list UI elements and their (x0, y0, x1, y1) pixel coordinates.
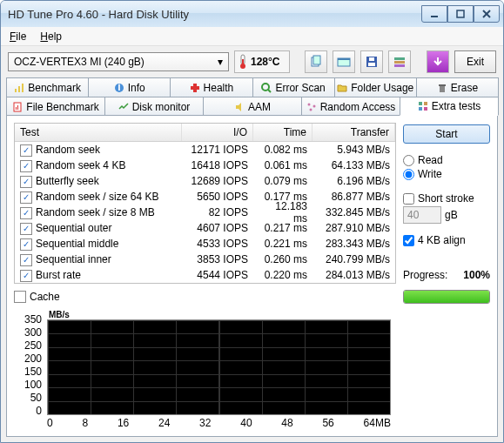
svg-rect-19 (22, 84, 24, 92)
col-test[interactable]: Test (15, 124, 182, 141)
tab-label: Random Access (320, 101, 396, 113)
row-checkbox[interactable] (20, 160, 32, 172)
chevron-down-icon: ▾ (218, 56, 223, 68)
io-value: 3853 IOPS (182, 253, 253, 265)
transfer-value: 240.799 MB/s (312, 253, 395, 265)
action-button[interactable] (427, 50, 449, 73)
row-checkbox[interactable] (20, 191, 32, 204)
svg-rect-13 (369, 57, 374, 61)
tab-label: Erase (451, 82, 478, 94)
table-row[interactable]: Sequential inner3853 IOPS0.260 ms240.799… (15, 252, 395, 267)
copy-button[interactable] (305, 50, 327, 73)
temperature-value: 128°C (251, 56, 280, 68)
tab-random-access[interactable]: Random Access (301, 97, 400, 116)
svg-rect-8 (313, 56, 320, 64)
menubar: File Help (1, 27, 503, 46)
test-name: Sequential middle (36, 238, 118, 250)
time-value: 0.079 ms (253, 175, 312, 187)
thermometer-icon (239, 54, 247, 70)
tab-aam[interactable]: AAM (203, 97, 302, 116)
row-checkbox[interactable] (20, 176, 32, 188)
cache-label: Cache (30, 291, 60, 303)
table-row[interactable]: Random seek12171 IOPS0.082 ms5.943 MB/s (15, 142, 395, 158)
tab-erase[interactable]: Erase (416, 77, 499, 97)
cache-checkbox[interactable] (14, 291, 26, 303)
chart-xaxis: 0816243240485664MB (47, 415, 391, 429)
tab-folder-usage[interactable]: Folder Usage (334, 77, 417, 97)
menu-help[interactable]: Help (40, 30, 62, 43)
table-row[interactable]: Butterfly seek12689 IOPS0.079 ms6.196 MB… (15, 173, 395, 189)
table-row[interactable]: Random seek / size 64 KB5650 IOPS0.177 m… (15, 189, 395, 205)
transfer-value: 284.013 MB/s (312, 269, 395, 281)
temperature-box: 128°C (234, 50, 290, 73)
svg-rect-37 (424, 107, 427, 111)
row-checkbox[interactable] (20, 254, 32, 266)
col-io[interactable]: I/O (182, 124, 253, 141)
chart-ylabel: MB/s (47, 310, 391, 319)
exit-button[interactable]: Exit (454, 50, 496, 73)
drive-select[interactable]: OCZ-VERTEX3 MI (240 gB) ▾ (8, 52, 229, 71)
tab-info[interactable]: iInfo (88, 77, 171, 97)
save-button[interactable] (360, 50, 383, 73)
chart-area: 350300250200150100500 MB/s 0816243240485… (14, 310, 396, 429)
test-name: Sequential outer (36, 222, 111, 234)
close-button[interactable] (474, 5, 500, 23)
svg-rect-1 (457, 10, 464, 17)
transfer-value: 287.910 MB/s (312, 222, 395, 234)
tab-extra-tests[interactable]: Extra tests (400, 97, 499, 116)
window-controls (421, 5, 500, 23)
short-stroke-checkbox[interactable]: Short stroke (403, 192, 490, 205)
transfer-value: 332.845 MB/s (312, 206, 395, 218)
read-radio[interactable]: Read (403, 154, 490, 166)
mode-group: Read Write (403, 152, 490, 182)
row-checkbox[interactable] (20, 238, 32, 251)
table-row[interactable]: Random seek / size 8 MB82 IOPS12.183 ms3… (15, 205, 395, 220)
svg-rect-26 (440, 85, 445, 92)
window-title: HD Tune Pro 4.60 - Hard Disk Utility (8, 8, 421, 21)
io-value: 12171 IOPS (182, 144, 253, 156)
transfer-value: 5.943 MB/s (312, 144, 395, 156)
table-row[interactable]: Sequential middle4533 IOPS0.221 ms283.34… (15, 236, 395, 252)
svg-point-31 (307, 103, 310, 105)
io-value: 5650 IOPS (182, 191, 253, 203)
svg-line-25 (268, 90, 271, 92)
col-time[interactable]: Time (253, 124, 312, 141)
tabstrip: BenchmarkiInfoHealthError ScanFolder Usa… (1, 77, 503, 116)
io-value: 4544 IOPS (182, 269, 253, 281)
screenshot-button[interactable] (333, 50, 355, 73)
tab-label: Error Scan (275, 82, 325, 94)
tab-label: Benchmark (28, 82, 81, 94)
row-checkbox[interactable] (20, 223, 32, 235)
row-checkbox[interactable] (20, 144, 32, 157)
short-stroke-unit: gB (445, 209, 458, 221)
tab-error-scan[interactable]: Error Scan (252, 77, 335, 97)
time-value: 0.220 ms (253, 269, 312, 281)
write-radio[interactable]: Write (403, 168, 490, 180)
cache-option[interactable]: Cache (14, 284, 396, 310)
start-button[interactable]: Start (403, 124, 490, 144)
tab-health[interactable]: Health (170, 77, 252, 97)
table-row[interactable]: Sequential outer4607 IOPS0.217 ms287.910… (15, 220, 395, 236)
align-checkbox[interactable]: 4 KB align (403, 234, 490, 246)
maximize-button[interactable] (447, 5, 474, 23)
svg-rect-23 (191, 86, 199, 90)
time-value: 0.221 ms (253, 238, 312, 250)
row-checkbox[interactable] (20, 207, 32, 219)
col-transfer[interactable]: Transfer (312, 124, 395, 141)
svg-rect-17 (15, 89, 17, 92)
menu-file[interactable]: File (10, 30, 26, 43)
options-button[interactable] (388, 50, 411, 73)
table-row[interactable]: Burst rate4544 IOPS0.220 ms284.013 MB/s (15, 267, 395, 283)
tab-benchmark[interactable]: Benchmark (6, 77, 89, 97)
chart-yaxis: 350300250200150100500 (19, 310, 44, 429)
row-checkbox[interactable] (20, 270, 32, 282)
transfer-value: 86.877 MB/s (312, 191, 395, 203)
tab-disk-monitor[interactable]: Disk monitor (104, 97, 204, 116)
test-name: Random seek (36, 144, 100, 156)
svg-rect-15 (394, 61, 405, 64)
table-row[interactable]: Random seek 4 KB16418 IOPS0.061 ms64.133… (15, 158, 395, 173)
svg-rect-30 (17, 105, 18, 110)
svg-rect-10 (338, 58, 350, 60)
tab-file-benchmark[interactable]: File Benchmark (6, 97, 105, 116)
minimize-button[interactable] (421, 5, 447, 23)
